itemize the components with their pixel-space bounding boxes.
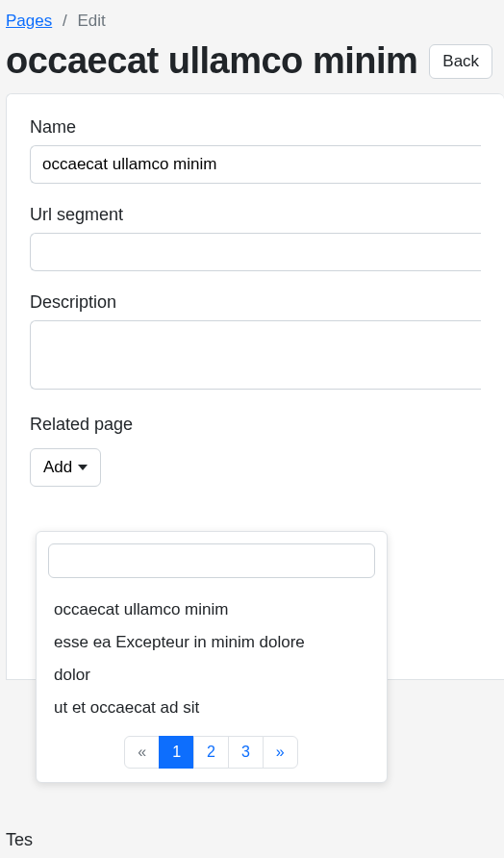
url-segment-label: Url segment [30,205,481,225]
add-button-label: Add [43,458,72,477]
related-page-label: Related page [30,415,481,435]
dropdown-item[interactable]: ut et occaecat ad sit [48,692,375,724]
pagination-next[interactable]: » [263,736,298,769]
related-page-dropdown: occaecat ullamco minim esse ea Excepteur… [36,531,388,783]
pagination-prev[interactable]: « [124,736,160,769]
page-title: occaecat ullamco minim [6,40,417,82]
dropdown-search-input[interactable] [48,543,375,578]
url-segment-input[interactable] [30,233,481,271]
dropdown-pagination: « 1 2 3 » [48,736,375,769]
breadcrumb-link-pages[interactable]: Pages [6,12,52,30]
breadcrumb-separator: / [63,12,67,30]
description-input[interactable] [30,320,481,390]
pagination-page-3[interactable]: 3 [228,736,264,769]
dropdown-item[interactable]: dolor [48,659,375,692]
name-input[interactable] [30,145,481,184]
edit-card: Name Url segment Description Related pag… [6,93,504,680]
pagination-page-1[interactable]: 1 [159,736,194,769]
description-label: Description [30,292,481,313]
dropdown-item[interactable]: occaecat ullamco minim [48,593,375,626]
caret-down-icon [78,465,88,470]
pagination-page-2[interactable]: 2 [193,736,229,769]
title-row: occaecat ullamco minim Back [0,37,504,93]
add-related-page-button[interactable]: Add [30,448,101,487]
breadcrumb-current: Edit [77,12,105,30]
back-button[interactable]: Back [429,44,492,79]
breadcrumb: Pages / Edit [0,0,504,37]
dropdown-item[interactable]: esse ea Excepteur in minim dolore [48,626,375,659]
name-label: Name [30,117,481,138]
truncated-text: Tes [6,830,33,850]
